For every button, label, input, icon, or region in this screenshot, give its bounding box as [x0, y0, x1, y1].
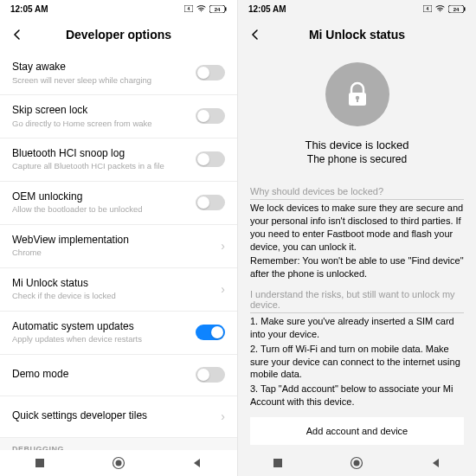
- svg-point-18: [354, 460, 360, 466]
- lock-icon: [325, 62, 389, 126]
- add-account-button[interactable]: Add account and device: [250, 417, 464, 445]
- toggle[interactable]: [196, 367, 225, 383]
- status-time: 12:05 AM: [10, 4, 48, 14]
- toggle[interactable]: [196, 108, 225, 124]
- setting-title: Bluetooth HCI snoop log: [12, 147, 189, 161]
- setting-title: Skip screen lock: [12, 104, 189, 118]
- toggle[interactable]: [196, 325, 225, 340]
- status-bar: 12:05 AM 4 24: [0, 0, 237, 17]
- nav-back-button[interactable]: [428, 455, 444, 471]
- chevron-right-icon: ›: [221, 282, 225, 296]
- nav-bar: [238, 450, 476, 476]
- sim-icon: 4: [184, 5, 193, 12]
- svg-rect-5: [35, 459, 44, 467]
- setting-webview-implementation[interactable]: WebView implementationChrome›: [0, 225, 237, 268]
- nav-home-button[interactable]: [111, 455, 126, 471]
- chevron-right-icon: ›: [221, 239, 225, 253]
- svg-rect-3: [225, 7, 227, 10]
- page-title: Developer options: [66, 28, 171, 42]
- risk-steps: 1. Make sure you've already inserted a S…: [250, 315, 464, 410]
- setting-title: Automatic system updates: [12, 320, 189, 334]
- status-indicators: 4 24: [184, 5, 227, 13]
- toggle[interactable]: [196, 151, 225, 167]
- setting-subtitle: Apply updates when device restarts: [12, 334, 189, 344]
- svg-text:4: 4: [188, 6, 190, 11]
- chevron-left-icon: [250, 29, 261, 40]
- section-debugging: DEBUGGING: [0, 438, 237, 450]
- setting-quick-settings-developer-tiles[interactable]: Quick settings developer tiles›: [0, 396, 237, 438]
- setting-title: Stay awake: [12, 61, 189, 74]
- lock-status-sub: The phone is secured: [307, 153, 407, 165]
- back-button[interactable]: [247, 26, 264, 43]
- setting-title: Mi Unlock status: [12, 277, 214, 291]
- wifi-icon: [196, 5, 206, 12]
- toggle[interactable]: [196, 65, 225, 80]
- unlock-content: This device is locked The phone is secur…: [238, 52, 476, 450]
- status-bar: 12:05 AM 4 24: [238, 0, 476, 17]
- status-indicators: 4 24: [423, 5, 466, 13]
- setting-subtitle: Allow the bootloader to be unlocked: [12, 204, 189, 215]
- chevron-right-icon: ›: [221, 409, 225, 423]
- svg-point-7: [115, 460, 121, 466]
- screen-mi-unlock: 12:05 AM 4 24 Mi Unlock status This devi…: [238, 0, 476, 476]
- setting-skip-screen-lock[interactable]: Skip screen lockGo directly to Home scre…: [0, 95, 237, 138]
- lock-status-title: This device is locked: [306, 138, 409, 151]
- nav-recents-button[interactable]: [32, 455, 48, 471]
- lock-status-visual: This device is locked The phone is secur…: [250, 52, 464, 179]
- setting-demo-mode[interactable]: Demo mode: [0, 355, 237, 396]
- setting-mi-unlock-status[interactable]: Mi Unlock statusCheck if the device is l…: [0, 268, 237, 312]
- why-header: Why should devices be locked?: [250, 186, 464, 200]
- why-body: We lock devices to make sure they are se…: [250, 202, 464, 282]
- toggle[interactable]: [196, 195, 225, 210]
- risk-header: I understand the risks, but still want t…: [250, 289, 464, 313]
- setting-subtitle: Check if the device is locked: [12, 291, 214, 301]
- page-title: Mi Unlock status: [309, 28, 405, 42]
- back-button[interactable]: [9, 26, 26, 43]
- svg-text:24: 24: [453, 6, 460, 11]
- status-time: 12:05 AM: [248, 4, 286, 14]
- setting-oem-unlocking[interactable]: OEM unlockingAllow the bootloader to be …: [0, 182, 237, 225]
- setting-subtitle: Capture all Bluetooth HCI packets in a f…: [12, 161, 189, 171]
- chevron-left-icon: [12, 29, 23, 40]
- setting-title: WebView implementation: [12, 234, 214, 248]
- setting-subtitle: Screen will never sleep while charging: [12, 75, 189, 86]
- setting-title: Demo mode: [12, 368, 189, 382]
- nav-home-button[interactable]: [349, 455, 364, 471]
- nav-back-button[interactable]: [190, 455, 205, 471]
- header: Developer options: [0, 17, 237, 52]
- setting-title: OEM unlocking: [12, 190, 189, 204]
- setting-automatic-system-updates[interactable]: Automatic system updatesApply updates wh…: [0, 312, 237, 355]
- svg-text:4: 4: [427, 6, 429, 11]
- setting-bluetooth-hci-snoop-log[interactable]: Bluetooth HCI snoop logCapture all Bluet…: [0, 138, 237, 182]
- sim-icon: 4: [423, 5, 432, 12]
- settings-list: Stay awakeScreen will never sleep while …: [0, 52, 237, 450]
- setting-title: Quick settings developer tiles: [12, 409, 214, 423]
- svg-text:24: 24: [215, 6, 221, 11]
- header: Mi Unlock status: [238, 17, 476, 52]
- setting-stay-awake[interactable]: Stay awakeScreen will never sleep while …: [0, 52, 237, 95]
- nav-recents-button[interactable]: [270, 455, 286, 471]
- battery-icon: 24: [209, 5, 227, 13]
- svg-rect-11: [464, 7, 466, 10]
- battery-icon: 24: [448, 5, 466, 13]
- svg-rect-16: [273, 459, 282, 467]
- nav-bar: [0, 450, 237, 476]
- screen-developer-options: 12:05 AM 4 24 Developer options Stay awa…: [0, 0, 238, 476]
- setting-subtitle: Chrome: [12, 248, 214, 258]
- svg-rect-15: [357, 99, 358, 102]
- wifi-icon: [435, 5, 445, 12]
- setting-subtitle: Go directly to Home screen from wake: [12, 119, 189, 129]
